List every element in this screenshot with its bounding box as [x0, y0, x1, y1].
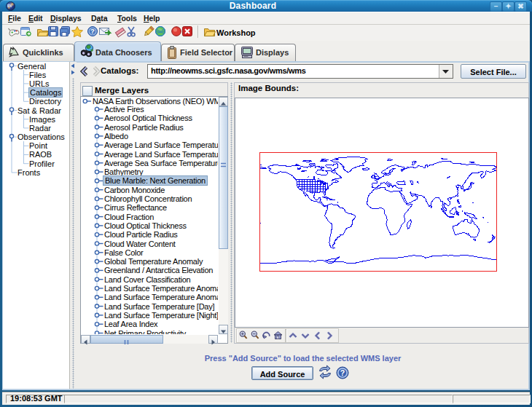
svg-text:?: ?	[90, 27, 95, 35]
svg-text:?: ?	[340, 368, 345, 377]
